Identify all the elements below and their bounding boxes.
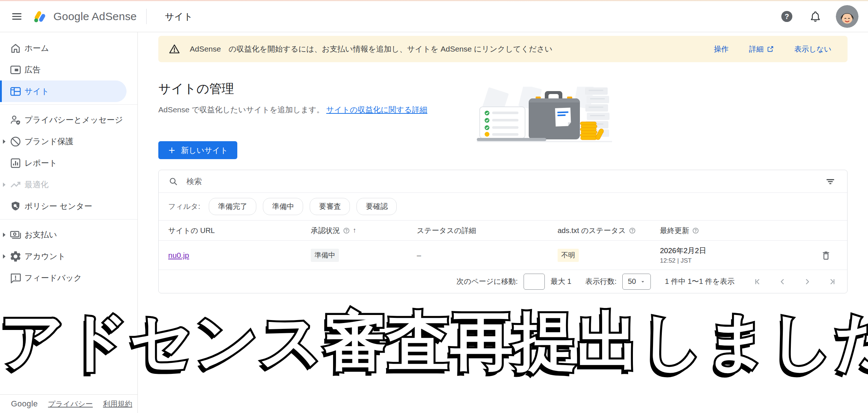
max-page-label: 最大 1: [551, 277, 571, 286]
trending-up-icon: [9, 178, 22, 191]
banner-dismiss-button[interactable]: 表示しない: [795, 44, 831, 54]
settings-gear-icon: [9, 250, 22, 263]
filter-chip-needs-attention[interactable]: 要確認: [356, 198, 397, 215]
sidebar-item-label: プライバシーとメッセージ: [24, 114, 123, 125]
sidebar-item-label: フィードバック: [24, 273, 82, 284]
last-updated-date: 2026年2月2日: [660, 246, 806, 256]
search-icon: [168, 176, 178, 187]
sites-table-card: フィルタ: 準備完了 準備中 要審査 要確認 サイトの URL 承認状況 ↑ ス…: [158, 170, 848, 293]
sort-ascending-icon: ↑: [353, 226, 356, 234]
sidebar-divider: [0, 219, 137, 219]
new-site-button-label: 新しいサイト: [181, 145, 228, 155]
sidebar-divider: [0, 104, 137, 105]
filter-chip-ready[interactable]: 準備完了: [209, 198, 256, 215]
avatar[interactable]: [836, 5, 858, 28]
notifications-bell-icon[interactable]: [807, 8, 823, 25]
search-input[interactable]: [186, 177, 823, 186]
sidebar-item-account[interactable]: アカウント: [0, 245, 137, 267]
help-hint-icon[interactable]: [629, 227, 636, 234]
banner-action-button[interactable]: 操作: [714, 44, 729, 54]
last-page-button[interactable]: [827, 277, 837, 286]
goto-page-input[interactable]: [524, 274, 545, 290]
google-footer-logo: Google: [11, 399, 38, 409]
warning-icon: [169, 43, 180, 55]
filters-label: フィルタ:: [168, 202, 200, 211]
banner-message: AdSense の収益化を開始するには、お支払い情報を追加し、サイトを AdSe…: [190, 44, 552, 54]
expand-caret-icon: [3, 183, 5, 187]
search-bar: [159, 170, 847, 192]
help-icon[interactable]: ?: [779, 8, 795, 25]
sidebar-item-label: ホーム: [24, 43, 49, 54]
sidebar-item-home[interactable]: ホーム: [0, 37, 137, 59]
sidebar-item-reports[interactable]: レポート: [0, 152, 137, 174]
rows-per-page-select[interactable]: 50: [622, 274, 651, 290]
payments-icon: [9, 228, 22, 241]
sidebar-item-label: お支払い: [24, 229, 57, 240]
banner-details-link[interactable]: 詳細: [749, 44, 774, 54]
sidebar-nav: ホーム 広告 サイト プライバシーとメッセージ: [0, 32, 138, 413]
header-approval-status[interactable]: 承認状況 ↑: [311, 226, 417, 236]
menu-icon[interactable]: [9, 8, 25, 25]
privacy-link[interactable]: プライバシー: [48, 399, 93, 409]
adsense-logo-icon: [31, 8, 48, 25]
sidebar-item-label: ポリシー センター: [24, 201, 92, 212]
topbar-divider: [146, 9, 147, 24]
product-name: Google AdSense: [53, 10, 137, 23]
home-icon: [9, 42, 22, 55]
monetization-details-link[interactable]: サイトの収益化に関する詳細: [326, 105, 427, 114]
last-updated-time: 12:52 | JST: [660, 257, 806, 264]
previous-page-button[interactable]: [778, 277, 787, 286]
filter-icon[interactable]: [823, 174, 838, 189]
banner-details-label: 詳細: [749, 44, 764, 54]
table-row: nu0.jp 準備中 – 不明 2026年2月2日 12:52 | JST: [159, 240, 847, 270]
sidebar-item-feedback[interactable]: フィードバック: [0, 267, 137, 289]
reports-icon: [9, 157, 22, 169]
sidebar-item-label: サイト: [24, 86, 49, 97]
svg-text:?: ?: [785, 12, 789, 20]
sidebar-item-label: レポート: [24, 158, 57, 169]
next-page-button[interactable]: [803, 277, 812, 286]
sidebar-item-privacy-messaging[interactable]: プライバシーとメッセージ: [0, 109, 137, 131]
ads-txt-status-badge: 不明: [558, 249, 579, 262]
sites-illustration: [477, 87, 616, 145]
header-site-url: サイトの URL: [168, 226, 311, 236]
sidebar-item-brand-safety[interactable]: ブランド保護: [0, 131, 137, 152]
sidebar-item-policy-center[interactable]: ポリシー センター: [0, 195, 137, 217]
site-url-link[interactable]: nu0.jp: [168, 251, 189, 259]
terms-link[interactable]: 利用規約: [103, 399, 132, 409]
header-ads-txt-status: ads.txt のステータス: [558, 226, 660, 236]
caret-down-icon: [640, 279, 645, 284]
filter-chip-getting-ready[interactable]: 準備中: [263, 198, 303, 215]
status-detail-value: –: [417, 251, 558, 260]
expand-caret-icon: [3, 233, 5, 237]
sidebar-item-optimization[interactable]: 最適化: [0, 174, 137, 195]
ads-icon: [9, 63, 22, 76]
delete-site-button[interactable]: [819, 248, 833, 263]
first-page-button[interactable]: [753, 277, 762, 286]
filter-chip-needs-review[interactable]: 要審査: [310, 198, 350, 215]
top-edge-artifact: [0, 0, 868, 1]
block-icon: [9, 135, 22, 148]
sidebar-item-label: 広告: [24, 64, 41, 75]
feedback-icon: [9, 271, 22, 284]
topbar-page-title: サイト: [165, 11, 193, 23]
sidebar-item-payments[interactable]: お支払い: [0, 224, 137, 245]
sidebar-item-ads[interactable]: 広告: [0, 59, 137, 80]
main-content: AdSense の収益化を開始するには、お支払い情報を追加し、サイトを AdSe…: [138, 32, 868, 413]
approval-status-badge: 準備中: [311, 249, 339, 262]
sidebar-footer: Google プライバシー 利用規約: [0, 394, 137, 413]
pagination-range-label: 1 件中 1〜1 件を表示: [665, 277, 735, 286]
new-site-button[interactable]: 新しいサイト: [158, 141, 237, 159]
trash-icon: [820, 250, 831, 261]
expand-caret-icon: [3, 254, 5, 259]
help-hint-icon[interactable]: [692, 227, 699, 234]
sidebar-item-sites[interactable]: サイト: [0, 80, 127, 102]
last-updated-cell: 2026年2月2日 12:52 | JST: [660, 246, 806, 264]
adsense-logo[interactable]: Google AdSense: [31, 8, 137, 25]
header-status-detail: ステータスの詳細: [417, 226, 558, 236]
pagination-bar: 次のページに移動: 最大 1 表示行数: 50 1 件中 1〜1 件を表示: [159, 270, 847, 293]
goto-page-label: 次のページに移動:: [457, 277, 518, 286]
help-hint-icon[interactable]: [343, 227, 350, 234]
filter-chips-row: フィルタ: 準備完了 準備中 要審査 要確認: [159, 192, 847, 220]
header-last-updated: 最終更新: [660, 226, 806, 236]
